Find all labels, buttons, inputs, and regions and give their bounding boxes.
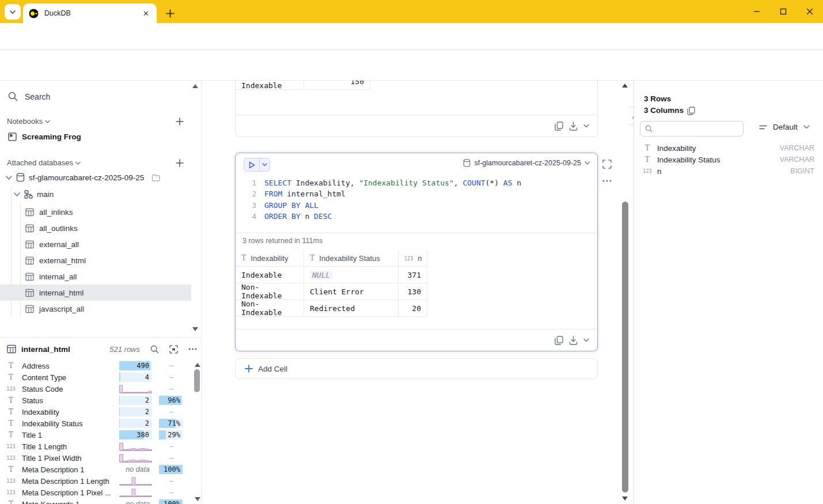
column-stat-row-meta-description-1-pixel-[interactable]: 123Meta Description 1 Pixel ...– bbox=[0, 487, 190, 498]
result-column-header[interactable]: TIndexability bbox=[236, 251, 304, 266]
text-type-icon: T bbox=[310, 255, 314, 262]
window-maximize-button[interactable] bbox=[770, 0, 797, 23]
field-type: VARCHAR bbox=[780, 156, 814, 164]
result-column-header[interactable]: 123n bbox=[399, 251, 427, 266]
notebook-cell-previous[interactable]: Non-Indexable 150 bbox=[235, 81, 598, 137]
text-type-icon: T bbox=[9, 431, 13, 439]
add-cell-button[interactable]: Add Cell bbox=[235, 358, 598, 379]
sidebar-scroll-up[interactable] bbox=[192, 84, 198, 88]
notebook-cell-sql[interactable]: sf-glamourcabaret-cz-2025-09-25 1SELECT … bbox=[235, 153, 598, 351]
number-type-icon: 123 bbox=[6, 386, 15, 392]
sidebar-table-internal_all[interactable]: internal_all bbox=[0, 268, 191, 285]
expand-cell-button[interactable] bbox=[602, 160, 612, 169]
column-stat-row-indexability-status[interactable]: TIndexability Status271% bbox=[0, 418, 190, 429]
panel-scrollbar-thumb[interactable] bbox=[194, 369, 200, 392]
sidebar-schema-main[interactable]: main bbox=[14, 190, 54, 199]
browser-tab-duckdb[interactable]: DuckDB ✕ bbox=[23, 3, 157, 23]
notebook-scrollbar-thumb[interactable] bbox=[622, 202, 628, 492]
column-stat-row-address[interactable]: TAddress490– bbox=[0, 360, 190, 372]
table-icon bbox=[25, 305, 34, 313]
column-stat-row-title-1-length[interactable]: 123Title 1 Length– bbox=[0, 441, 190, 452]
column-stat-row-meta-description-1[interactable]: TMeta Description 1no data100% bbox=[0, 464, 190, 475]
column-stat-row-title-1[interactable]: TTitle 138029% bbox=[0, 429, 190, 441]
column-stat-row-content-type[interactable]: TContent Type4– bbox=[0, 372, 190, 383]
histogram bbox=[119, 453, 152, 463]
cell-database-selector[interactable]: sf-glamourcabaret-cz-2025-09-25 bbox=[463, 159, 590, 167]
code-line-1: 1SELECT Indexability, "Indexability Stat… bbox=[236, 177, 597, 188]
result-row: Non-IndexableClient Error130 bbox=[236, 283, 427, 300]
run-options-button[interactable] bbox=[260, 158, 270, 171]
text-type-icon: T bbox=[9, 501, 13, 504]
schema-name: main bbox=[37, 190, 54, 199]
notebook-scroll-down[interactable] bbox=[622, 497, 628, 501]
sidebar-database[interactable]: sf-glamourcabaret-cz-2025-09-25 bbox=[6, 173, 160, 182]
download-options-chevron-icon[interactable] bbox=[583, 338, 589, 342]
browser-tab-strip: DuckDB ✕ bbox=[0, 0, 823, 23]
query-status-text: 3 rows returned in 111ms bbox=[242, 237, 323, 245]
download-results-button[interactable] bbox=[569, 336, 578, 345]
window-minimize-button[interactable] bbox=[744, 0, 770, 23]
new-tab-button[interactable] bbox=[162, 5, 178, 21]
text-type-icon: T bbox=[9, 420, 13, 427]
sidebar-table-all_outlinks[interactable]: all_outlinks bbox=[0, 220, 191, 236]
column-stat-row-meta-keywords-1[interactable]: TMeta Keywords 1no data100% bbox=[0, 498, 190, 504]
sidebar-table-internal_html[interactable]: internal_html bbox=[0, 285, 191, 301]
notebook-icon bbox=[8, 132, 17, 141]
inspector-field-indexability[interactable]: TIndexabilityVARCHAR bbox=[634, 142, 823, 154]
databases-section-header[interactable]: Attached databases bbox=[7, 158, 81, 167]
inspector-sort-dropdown[interactable]: Default bbox=[759, 123, 810, 131]
window-close-button[interactable] bbox=[797, 0, 823, 23]
column-stat-row-status[interactable]: TStatus296% bbox=[0, 395, 190, 406]
sidebar-table-javascript_all[interactable]: javascript_all bbox=[0, 301, 191, 317]
distinct-count-bar: 380 bbox=[119, 430, 152, 439]
column-name: Address bbox=[22, 362, 50, 370]
sidebar-search[interactable]: Search bbox=[8, 92, 50, 101]
text-type-icon: T bbox=[9, 408, 13, 416]
inspector-search-input[interactable] bbox=[640, 121, 744, 137]
copy-results-button[interactable] bbox=[555, 336, 563, 345]
chevron-down-icon bbox=[75, 161, 81, 165]
inspector-field-n[interactable]: 123nBIGINT bbox=[634, 165, 823, 177]
sidebar-table-all_inlinks[interactable]: all_inlinks bbox=[0, 204, 191, 220]
result-column-header[interactable]: TIndexability Status bbox=[304, 251, 399, 266]
chevron-down-icon[interactable] bbox=[6, 176, 12, 180]
panel-scroll-down[interactable] bbox=[195, 497, 200, 501]
cell-menu-button[interactable] bbox=[602, 180, 612, 182]
run-query-button[interactable] bbox=[244, 158, 259, 171]
folder-icon[interactable] bbox=[151, 174, 160, 181]
column-name: Status bbox=[22, 396, 43, 405]
download-options-chevron-icon[interactable] bbox=[583, 124, 589, 128]
download-results-button[interactable] bbox=[569, 122, 578, 131]
copy-schema-button[interactable] bbox=[687, 107, 695, 115]
distinct-count-bar: 2 bbox=[119, 396, 152, 405]
table-icon bbox=[25, 224, 34, 233]
table-preview-button[interactable] bbox=[169, 345, 178, 354]
notebooks-section-header[interactable]: Notebooks bbox=[7, 117, 50, 126]
number-type-icon: 123 bbox=[404, 256, 413, 262]
inspector-field-indexability-status[interactable]: TIndexability StatusVARCHAR bbox=[634, 154, 823, 165]
table-menu-button[interactable] bbox=[188, 348, 197, 350]
table-search-button[interactable] bbox=[150, 345, 159, 354]
column-stat-row-indexability[interactable]: TIndexability2– bbox=[0, 406, 190, 418]
column-stat-row-title-1-pixel-width[interactable]: 123Title 1 Pixel Width– bbox=[0, 452, 190, 464]
chevron-down-icon[interactable] bbox=[14, 192, 20, 196]
histogram bbox=[119, 442, 152, 451]
tab-search-button[interactable] bbox=[5, 4, 21, 20]
sidebar-scroll-down[interactable] bbox=[192, 327, 198, 331]
value-histogram bbox=[119, 453, 152, 463]
notebook-scroll-up[interactable] bbox=[622, 84, 628, 88]
panel-scroll-up[interactable] bbox=[195, 363, 200, 367]
notebook-item[interactable]: Screaming Frog bbox=[8, 132, 81, 141]
add-notebook-button[interactable] bbox=[175, 116, 185, 127]
plus-icon bbox=[245, 365, 253, 373]
sidebar-table-external_html[interactable]: external_html bbox=[0, 252, 191, 268]
attach-database-button[interactable] bbox=[175, 158, 185, 168]
sidebar-table-external_all[interactable]: external_all bbox=[0, 236, 191, 252]
copy-results-button[interactable] bbox=[555, 122, 563, 131]
result-table: TIndexabilityTIndexability Status123nInd… bbox=[236, 251, 427, 317]
column-stat-row-meta-description-1-length[interactable]: 123Meta Description 1 Length– bbox=[0, 475, 190, 487]
schema-icon bbox=[24, 190, 33, 199]
column-stat-row-status-code[interactable]: 123Status Code– bbox=[0, 383, 190, 395]
tab-close-icon[interactable]: ✕ bbox=[141, 9, 151, 18]
database-icon bbox=[16, 173, 25, 182]
